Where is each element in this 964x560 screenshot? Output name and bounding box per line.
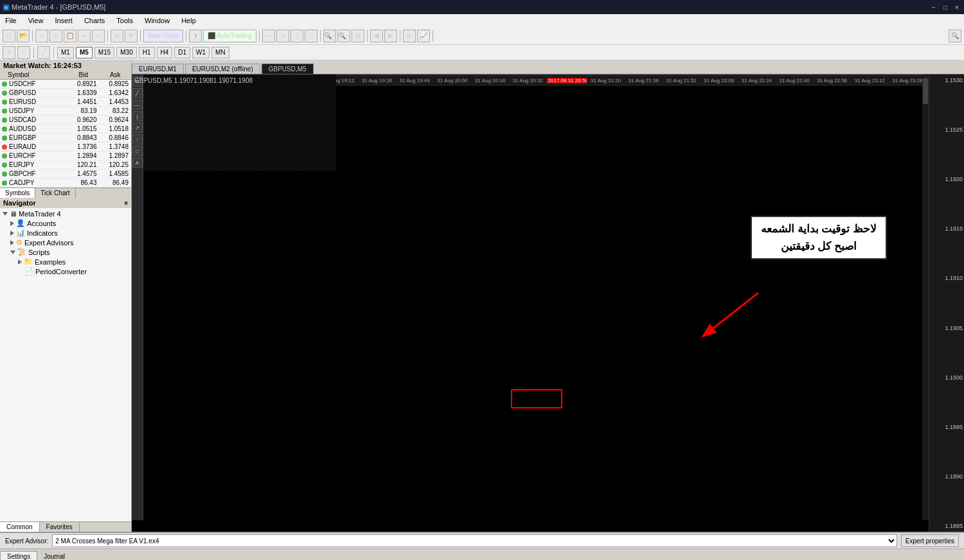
tab-favorites[interactable]: Favorites <box>40 522 80 532</box>
chart-up-btn[interactable]: ↑ <box>189 30 202 42</box>
search-icon[interactable]: 🔍 <box>949 30 961 42</box>
market-watch-time: 16:24:53 <box>53 62 82 69</box>
tab-tick-chart[interactable]: Tick Chart <box>35 188 75 198</box>
redo-btn[interactable]: ↪ <box>92 30 105 42</box>
menu-window[interactable]: Window <box>142 16 172 25</box>
scroll-right-btn[interactable]: ▶ <box>384 30 397 42</box>
cut-btn[interactable]: ✂ <box>35 30 48 42</box>
st-line[interactable]: ╱ <box>132 88 143 98</box>
nav-item-indicators[interactable]: 📊 Indicators <box>8 228 131 238</box>
period-m5[interactable]: M5 <box>76 47 93 58</box>
market-watch-row[interactable]: AUDUSD 1.0515 1.0518 <box>0 125 131 134</box>
mw-dot <box>2 136 7 141</box>
market-watch-row[interactable]: EURGBP 0.8843 0.8846 <box>0 134 131 143</box>
price-4: 1.1915 <box>931 225 963 232</box>
nav-item-period-converter[interactable]: 📄 PeriodConverter <box>15 267 131 276</box>
nav-item-mt4[interactable]: 🖥 MetaTrader 4 <box>0 209 131 218</box>
fib-btn[interactable]: ⟊ <box>290 30 303 42</box>
market-watch-row[interactable]: GBPUSD 1.6339 1.6342 <box>0 89 131 98</box>
st-arrow[interactable]: ↗ <box>132 123 143 133</box>
expand-icon <box>3 212 8 216</box>
market-watch-row[interactable]: GBPCHF 1.4575 1.4585 <box>0 170 131 179</box>
open-btn[interactable]: 📂 <box>17 30 30 42</box>
left-panel: Market Watch: 16:24:53 Symbol Bid Ask US… <box>0 60 132 532</box>
new-order-btn[interactable]: New Order <box>143 30 183 42</box>
cursor-btn[interactable]: ✛ <box>3 46 15 59</box>
st-hline[interactable]: — <box>132 100 143 110</box>
mw-ask: 0.8846 <box>100 134 132 141</box>
line-tool-btn[interactable]: ╱ <box>37 46 50 59</box>
line-btn[interactable]: — <box>262 30 275 42</box>
menu-file[interactable]: File <box>3 16 19 25</box>
arrow-annotation <box>701 286 778 339</box>
mw-bid: 1.6339 <box>67 89 100 96</box>
period-m1[interactable]: M1 <box>57 47 74 58</box>
menu-insert[interactable]: Insert <box>52 16 75 25</box>
st-vline[interactable]: | <box>132 111 143 121</box>
zoom-in-btn[interactable]: 🔍+ <box>323 30 336 42</box>
scroll-left-btn[interactable]: ◀ <box>370 30 383 42</box>
chart-scrollbar-v[interactable] <box>922 74 929 520</box>
new-btn[interactable]: 🗋 <box>3 30 15 42</box>
market-watch-row[interactable]: EURCHF 1.2894 1.2897 <box>0 152 131 161</box>
navigator-close-btn[interactable]: × <box>124 200 128 207</box>
undo-btn[interactable]: ↩ <box>78 30 91 42</box>
zoom-out-btn[interactable]: 🔍− <box>337 30 350 42</box>
autotrading-btn[interactable]: ⬛ AutoTrading <box>203 30 256 42</box>
market-watch-row[interactable]: USDJPY 83.19 83.22 <box>0 107 131 116</box>
rect-btn[interactable]: □ <box>305 30 317 42</box>
menu-help[interactable]: Help <box>179 16 199 25</box>
period-m30[interactable]: M30 <box>116 47 136 58</box>
market-watch-table: USDCHF 0.8921 0.8925 GBPUSD 1.6339 1.634… <box>0 80 131 188</box>
close-btn[interactable]: × <box>952 3 961 12</box>
market-watch-row[interactable]: EURJPY 120.21 120.25 <box>0 161 131 170</box>
st-fib[interactable]: ⟋ <box>132 134 143 144</box>
menu-view[interactable]: View <box>26 16 46 25</box>
arrow-btn[interactable]: ↗ <box>276 30 289 42</box>
market-watch-row[interactable]: USDCHF 0.8921 0.8925 <box>0 80 131 89</box>
print-btn[interactable]: 🖨 <box>111 30 123 42</box>
period-d1[interactable]: D1 <box>174 47 190 58</box>
paste-btn[interactable]: 📋 <box>64 30 76 42</box>
minimize-btn[interactable]: − <box>929 3 938 12</box>
market-watch-row[interactable]: CADJPY 86.43 86.49 <box>0 179 131 188</box>
tab-symbols[interactable]: Symbols <box>0 188 35 198</box>
print-prev-btn[interactable]: 👁 <box>125 30 138 42</box>
copy-btn[interactable]: ⎘ <box>49 30 62 42</box>
bp-tab-settings[interactable]: Settings <box>0 551 37 560</box>
tab-common[interactable]: Common <box>0 522 40 532</box>
market-watch-row[interactable]: EURAUD 1.3736 1.3748 <box>0 143 131 152</box>
nav-item-expert-advisors[interactable]: ⚙ Expert Advisors <box>8 238 131 247</box>
side-toolbar: ↖ ╱ — | ↗ ⟋ □ A <box>132 74 143 520</box>
st-rect[interactable]: □ <box>132 146 143 156</box>
chart-tab-eurusdm2[interactable]: EURUSD,M2 (offline) <box>185 64 260 74</box>
expert-properties-btn[interactable]: Expert properties <box>901 534 959 547</box>
ea-btn[interactable]: ⚙ <box>403 30 416 42</box>
mw-symbol: CADJPY <box>9 179 67 186</box>
chart-tab-eurusdm1[interactable]: EURUSD,M1 <box>132 64 184 74</box>
indicator-btn[interactable]: 📈 <box>417 30 430 42</box>
price-3: 1.1920 <box>931 176 963 182</box>
period-mn[interactable]: MN <box>211 47 229 58</box>
chart-canvas[interactable]: GBPUSD,M5 1.19071.19081.19071.1908 ↖ ╱ —… <box>132 74 964 532</box>
period-h1[interactable]: H1 <box>139 47 155 58</box>
nav-item-accounts[interactable]: 👤 Accounts <box>8 218 131 228</box>
crosshair-btn[interactable]: + <box>17 46 30 59</box>
maximize-btn[interactable]: □ <box>941 3 950 12</box>
properties-btn[interactable]: ⊞ <box>352 30 364 42</box>
period-h4[interactable]: H4 <box>157 47 173 58</box>
bp-tab-journal[interactable]: Journal <box>37 552 71 560</box>
period-w1[interactable]: W1 <box>192 47 210 58</box>
st-text[interactable]: A <box>132 157 143 168</box>
scroll-thumb-v[interactable] <box>923 78 928 104</box>
ea-select[interactable]: 2 MA Crosses Mega filter EA V1.ex4 <box>52 534 897 547</box>
period-m15[interactable]: M15 <box>94 47 114 58</box>
market-watch-row[interactable]: USDCAD 0.9620 0.9624 <box>0 116 131 125</box>
menu-tools[interactable]: Tools <box>114 16 136 25</box>
chart-tab-gbpusdm5[interactable]: GBPUSD,M5 <box>262 64 314 74</box>
market-watch-row[interactable]: EURUSD 1.4451 1.4453 <box>0 98 131 107</box>
mw-ask: 120.25 <box>100 161 132 168</box>
nav-item-examples[interactable]: 📁 Examples <box>15 257 131 267</box>
nav-item-scripts[interactable]: 📜 Scripts <box>8 247 131 257</box>
menu-charts[interactable]: Charts <box>82 16 107 25</box>
